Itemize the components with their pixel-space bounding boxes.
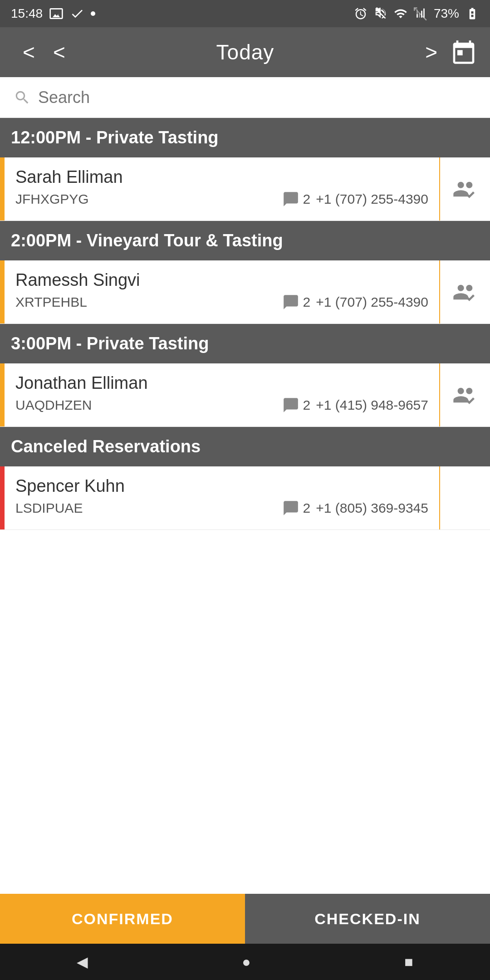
tab-confirmed[interactable]: CONFIRMED (0, 894, 245, 944)
reservations-list: 12:00PM - Private Tasting Sarah Elliman … (0, 118, 490, 530)
chat-count-jonathan: 2 (303, 397, 311, 413)
phone-ramessh: +1 (707) 255-4390 (316, 294, 428, 310)
section-header-3: 3:00PM - Private Tasting (0, 324, 490, 363)
reservation-bottom-ramessh: XRTPEHBL 2 +1 (707) 255-4390 (15, 294, 428, 311)
reservation-name-spencer: Spencer Kuhn (15, 476, 428, 496)
wifi-icon (394, 7, 407, 20)
calendar-icon (451, 39, 476, 65)
reservation-name-jonathan: Jonathan Elliman (15, 373, 428, 393)
nav-title: Today (216, 40, 274, 64)
chat-bubble-spencer[interactable]: 2 (282, 500, 311, 517)
signal-icon (414, 7, 427, 20)
android-nav-bar: ◀ ● ■ (0, 944, 490, 980)
person-check-icon-jonathan (452, 382, 478, 408)
status-right: 73% (354, 6, 479, 21)
left-bar-sarah (0, 157, 5, 220)
person-check-icon-sarah (452, 176, 478, 202)
reservation-code-sarah: JFHXGPYG (15, 191, 89, 207)
android-recent-button[interactable]: ■ (404, 954, 413, 970)
chat-icon-spencer (282, 500, 299, 517)
chat-count-spencer: 2 (303, 500, 311, 516)
chat-bubble-jonathan[interactable]: 2 (282, 397, 311, 414)
chat-bubble-sarah[interactable]: 2 (282, 191, 311, 208)
battery-text: 73% (434, 6, 459, 21)
phone-sarah: +1 (707) 255-4390 (316, 191, 428, 207)
reservation-bottom-spencer: LSDIPUAE 2 +1 (805) 369-9345 (15, 500, 428, 517)
chat-bubble-ramessh[interactable]: 2 (282, 294, 311, 311)
nav-bar: < < Today > (0, 27, 490, 77)
phone-spencer: +1 (805) 369-9345 (316, 500, 428, 516)
action-spencer (440, 466, 490, 529)
prev-button[interactable]: < (44, 35, 74, 69)
action-ramessh[interactable] (440, 260, 490, 323)
reservation-content-sarah: Sarah Elliman JFHXGPYG 2 +1 (707) 255-43… (5, 157, 440, 220)
chat-icon-sarah (282, 191, 299, 208)
check-icon (70, 6, 84, 21)
search-input[interactable] (38, 88, 476, 107)
reservation-name-sarah: Sarah Elliman (15, 167, 428, 187)
android-back-button[interactable]: ◀ (77, 953, 88, 970)
reservation-item-sarah[interactable]: Sarah Elliman JFHXGPYG 2 +1 (707) 255-43… (0, 157, 490, 221)
alarm-icon (354, 7, 368, 20)
section-header-2: 2:00PM - Vineyard Tour & Tasting (0, 221, 490, 260)
status-left: 15:48 (11, 6, 95, 21)
chat-icon-ramessh (282, 294, 299, 311)
chat-count-sarah: 2 (303, 191, 311, 207)
reservation-code-jonathan: UAQDHZEN (15, 397, 92, 413)
reservation-item-jonathan[interactable]: Jonathan Elliman UAQDHZEN 2 +1 (415) 948… (0, 363, 490, 427)
left-bar-ramessh (0, 260, 5, 323)
reservation-item-spencer[interactable]: Spencer Kuhn LSDIPUAE 2 +1 (805) 369-934… (0, 466, 490, 530)
bottom-tabs: CONFIRMED CHECKED-IN (0, 894, 490, 944)
reservation-bottom-jonathan: UAQDHZEN 2 +1 (415) 948-9657 (15, 397, 428, 414)
left-bar-jonathan (0, 363, 5, 426)
reservation-content-jonathan: Jonathan Elliman UAQDHZEN 2 +1 (415) 948… (5, 363, 440, 426)
reservation-code-ramessh: XRTPEHBL (15, 294, 87, 310)
reservation-bottom-sarah: JFHXGPYG 2 +1 (707) 255-4390 (15, 191, 428, 208)
status-time: 15:48 (11, 6, 43, 21)
status-bar: 15:48 73% (0, 0, 490, 27)
battery-icon (466, 7, 479, 20)
phone-jonathan: +1 (415) 948-9657 (316, 397, 428, 413)
dot-indicator (91, 11, 95, 16)
person-check-icon-ramessh (452, 279, 478, 305)
reservation-code-spencer: LSDIPUAE (15, 500, 83, 516)
mute-icon (374, 7, 387, 20)
calendar-button[interactable] (451, 39, 476, 65)
search-icon (14, 88, 31, 107)
image-icon (49, 6, 64, 21)
reservation-item-ramessh[interactable]: Ramessh Singvi XRTPEHBL 2 +1 (707) 255-4… (0, 260, 490, 324)
reservation-name-ramessh: Ramessh Singvi (15, 270, 428, 290)
section-header-canceled: Canceled Reservations (0, 427, 490, 466)
chat-count-ramessh: 2 (303, 294, 311, 310)
reservation-content-spencer: Spencer Kuhn LSDIPUAE 2 +1 (805) 369-934… (5, 466, 440, 529)
action-jonathan[interactable] (440, 363, 490, 426)
android-home-button[interactable]: ● (242, 954, 250, 970)
reservation-content-ramessh: Ramessh Singvi XRTPEHBL 2 +1 (707) 255-4… (5, 260, 440, 323)
chat-icon-jonathan (282, 397, 299, 414)
action-sarah[interactable] (440, 157, 490, 220)
next-button[interactable]: > (416, 35, 446, 69)
nav-left-group: < < (14, 35, 74, 69)
section-header-1: 12:00PM - Private Tasting (0, 118, 490, 157)
back-button[interactable]: < (14, 35, 44, 69)
left-bar-spencer (0, 466, 5, 529)
search-bar (0, 77, 490, 118)
tab-checked-in[interactable]: CHECKED-IN (245, 894, 490, 944)
